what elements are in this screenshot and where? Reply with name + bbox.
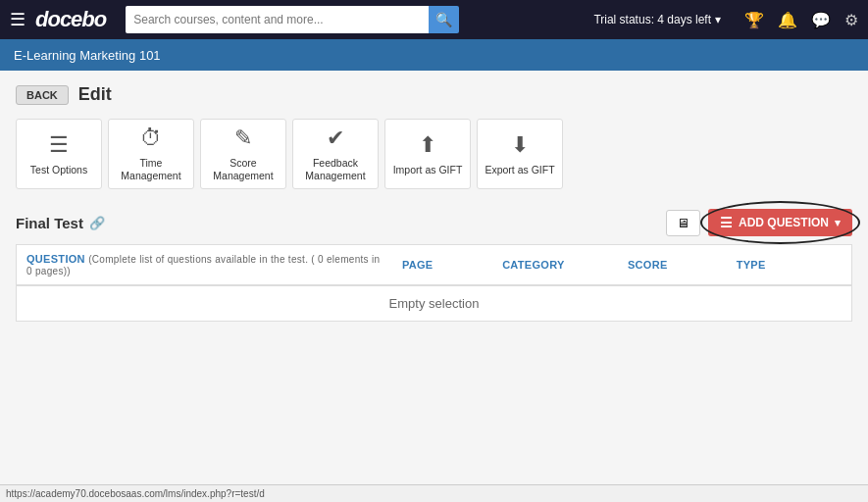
edit-title-icon[interactable]: 🔗	[89, 216, 105, 230]
card-label: Test Options	[30, 164, 87, 176]
add-question-dropdown-icon[interactable]: ▾	[835, 217, 841, 229]
card-feedback-management[interactable]: ✔ Feedback Management	[292, 119, 379, 189]
th-type: TYPE	[727, 245, 852, 286]
score-management-icon: ✎	[234, 126, 252, 151]
status-bar: https://academy70.docebosaas.com/lms/ind…	[0, 484, 868, 502]
export-gift-icon: ⬇	[511, 132, 529, 158]
add-question-button[interactable]: ☰ ADD QUESTION ▾	[708, 209, 852, 236]
card-import-gift[interactable]: ⬆ Import as GIFT	[384, 119, 471, 189]
test-options-icon: ☰	[49, 132, 69, 158]
time-management-icon: ⏱	[140, 126, 162, 151]
search-input[interactable]	[126, 6, 429, 33]
hamburger-icon[interactable]: ☰	[10, 9, 26, 30]
breadcrumb-bar: E-Learning Marketing 101	[0, 39, 868, 71]
bell-icon[interactable]: 🔔	[778, 11, 797, 29]
card-label: Export as GIFT	[485, 164, 554, 176]
preview-icon: 🖥	[677, 216, 689, 230]
card-score-management[interactable]: ✎ Score Management	[200, 119, 286, 189]
th-score: SCORE	[618, 245, 727, 286]
card-label: Feedback Management	[297, 157, 374, 181]
feedback-management-icon: ✔	[327, 126, 344, 151]
search-bar: 🔍	[126, 6, 459, 33]
question-header-label: QUESTION	[26, 253, 85, 265]
import-gift-icon: ⬆	[419, 132, 436, 158]
card-time-management[interactable]: ⏱ Time Management	[108, 119, 194, 189]
add-question-list-icon: ☰	[720, 215, 733, 230]
trial-text: Trial status: 4 days left	[593, 13, 711, 26]
nav-icons: 🏆 🔔 💬 ⚙	[744, 11, 858, 29]
card-label: Import as GIFT	[393, 164, 463, 176]
test-name: Final Test	[16, 215, 83, 231]
breadcrumb: E-Learning Marketing 101	[14, 48, 161, 63]
test-section-header: Final Test 🔗 🖥 ☰ ADD QUESTION ▾	[16, 209, 852, 236]
back-button[interactable]: BACK	[16, 85, 69, 105]
add-question-wrapper: ☰ ADD QUESTION ▾	[708, 209, 852, 236]
test-title: Final Test 🔗	[16, 215, 105, 231]
cards-row: ☰ Test Options ⏱ Time Management ✎ Score…	[16, 119, 852, 189]
th-question: QUESTION (Complete list of questions ava…	[17, 245, 392, 286]
trial-chevron-icon: ▾	[715, 13, 721, 26]
trial-badge[interactable]: Trial status: 4 days left ▾	[593, 13, 721, 26]
add-question-label: ADD QUESTION	[739, 216, 829, 229]
logo[interactable]: docebo	[35, 7, 106, 32]
preview-button[interactable]: 🖥	[666, 210, 700, 236]
page-header: BACK Edit	[16, 84, 852, 105]
card-label: Score Management	[205, 157, 281, 181]
logo-text: docebo	[35, 7, 106, 32]
empty-selection-label: Empty selection	[17, 285, 852, 322]
status-url: https://academy70.docebosaas.com/lms/ind…	[6, 488, 265, 499]
table-empty-row: Empty selection	[17, 285, 852, 322]
table-header-row: QUESTION (Complete list of questions ava…	[17, 245, 852, 286]
test-actions: 🖥 ☰ ADD QUESTION ▾	[666, 209, 852, 236]
chat-icon[interactable]: 💬	[811, 11, 831, 29]
th-category: CATEGORY	[492, 245, 618, 286]
search-button[interactable]: 🔍	[429, 6, 459, 33]
top-nav: ☰ docebo 🔍 Trial status: 4 days left ▾ 🏆…	[0, 0, 868, 39]
card-export-gift[interactable]: ⬇ Export as GIFT	[477, 119, 563, 189]
card-test-options[interactable]: ☰ Test Options	[16, 119, 102, 189]
trophy-icon[interactable]: 🏆	[744, 11, 764, 29]
page-content: BACK Edit ☰ Test Options ⏱ Time Manageme…	[0, 71, 868, 335]
questions-table: QUESTION (Complete list of questions ava…	[16, 244, 852, 322]
gear-icon[interactable]: ⚙	[844, 11, 858, 29]
card-label: Time Management	[113, 157, 189, 181]
page-title: Edit	[78, 84, 112, 105]
th-page: PAGE	[392, 245, 492, 286]
